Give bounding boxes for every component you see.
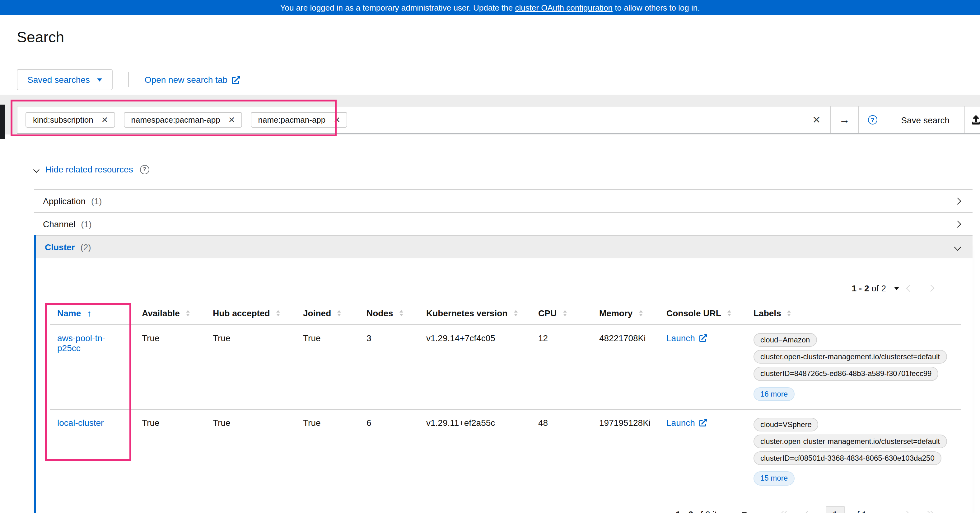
column-header-labels[interactable]: Labels [746, 302, 961, 324]
sort-icon [399, 310, 403, 316]
column-header-console-url[interactable]: Console URL [659, 302, 746, 324]
pagination-menu-toggle[interactable] [894, 287, 899, 290]
column-header-name[interactable]: Name ↑ [50, 302, 134, 324]
sort-icon [276, 310, 280, 316]
save-search-button[interactable]: Save search [886, 107, 964, 133]
cell-memory: 48221708Ki [592, 325, 659, 409]
search-bar-section: kind:subscription ✕ namespace:pacman-app… [0, 95, 980, 134]
filter-chip[interactable]: kind:subscription ✕ [25, 112, 115, 127]
chevron-down-icon [97, 78, 102, 81]
chevron-left-icon [804, 510, 811, 513]
remove-filter-icon[interactable]: ✕ [331, 116, 343, 124]
column-header-joined[interactable]: Joined [296, 302, 359, 324]
export-icon [971, 115, 980, 124]
column-header-kubernetes-version[interactable]: Kubernetes version [419, 302, 531, 324]
related-resources-toggle[interactable]: Hide related resources ? [34, 164, 150, 174]
table-row: local-cluster True True True 6 v1.29.11+… [50, 409, 961, 494]
remove-filter-icon[interactable]: ✕ [99, 116, 111, 124]
cell-hub-accepted: True [205, 409, 296, 494]
section-application[interactable]: Application (1) [34, 189, 972, 212]
help-icon: ? [868, 115, 877, 124]
run-search-button[interactable]: → [830, 107, 858, 133]
chevron-right-icon [928, 285, 935, 292]
console-launch-link[interactable]: Launch [667, 333, 707, 343]
page-title: Search [17, 29, 64, 46]
sort-icon [186, 310, 190, 316]
cell-cpu: 48 [531, 409, 592, 494]
pagination-top: 1 - 2 of 2 [36, 258, 972, 302]
result-sections: Application (1) Channel (1) Cluster (2) … [34, 189, 972, 513]
column-header-memory[interactable]: Memory [592, 302, 659, 324]
first-page-button[interactable] [773, 511, 797, 513]
more-labels-button[interactable]: 15 more [754, 472, 795, 485]
more-labels-button[interactable]: 16 more [754, 387, 795, 401]
prev-page-button[interactable] [899, 286, 920, 291]
remove-filter-icon[interactable]: ✕ [226, 116, 238, 124]
next-page-button[interactable] [920, 286, 942, 291]
column-header-hub-accepted[interactable]: Hub accepted [205, 302, 296, 324]
external-link-icon [232, 76, 240, 84]
page-number-input[interactable] [826, 506, 845, 513]
cell-available: True [134, 409, 205, 494]
cluster-oauth-config-link[interactable]: cluster OAuth configuration [515, 3, 612, 12]
external-link-icon [699, 419, 707, 427]
export-button[interactable] [965, 107, 980, 133]
external-link-icon [699, 334, 707, 342]
cluster-name-link[interactable]: aws-pool-tn-p25cc [57, 333, 105, 353]
cell-joined: True [296, 409, 359, 494]
section-channel[interactable]: Channel (1) [34, 212, 972, 235]
help-icon[interactable]: ? [140, 165, 150, 174]
search-actions-toolbar: Saved searches Open new search tab [17, 69, 240, 90]
open-new-search-tab-link[interactable]: Open new search tab [145, 75, 240, 84]
cluster-results-panel: 1 - 2 of 2 Name ↑ Available [36, 258, 972, 513]
double-chevron-right-icon [925, 511, 933, 513]
table-row: aws-pool-tn-p25cc True True True 3 v1.29… [50, 325, 961, 409]
toolbar-divider [129, 72, 129, 87]
filter-chip-group: kind:subscription ✕ namespace:pacman-app… [25, 112, 347, 127]
chevron-right-icon [903, 510, 910, 513]
filter-chip[interactable]: namespace:pacman-app ✕ [124, 112, 242, 127]
label-chip: cluster.open-cluster-management.io/clust… [754, 435, 947, 448]
arrow-right-icon: → [839, 114, 850, 126]
sort-icon [639, 310, 643, 316]
clear-search-button[interactable]: ✕ [803, 107, 830, 133]
cell-kubernetes-version: v1.29.14+7cf4c05 [419, 325, 531, 409]
table-header-row: Name ↑ Available Hub accepted [50, 302, 961, 325]
prev-page-button[interactable] [797, 511, 818, 513]
section-cluster[interactable]: Cluster (2) [36, 235, 972, 258]
cell-hub-accepted: True [205, 325, 296, 409]
cell-nodes: 3 [359, 325, 419, 409]
label-chip: clusterID=cf08501d-3368-4834-8065-630e10… [754, 451, 942, 465]
cell-memory: 197195128Ki [592, 409, 659, 494]
sort-icon [514, 310, 517, 316]
filter-chip-label: kind:subscription [33, 115, 93, 124]
search-help-button[interactable]: ? [859, 107, 886, 133]
label-chip: clusterID=848726c5-ed86-48b3-a589-f30701… [754, 367, 938, 381]
nav-drawer-edge [0, 105, 5, 139]
cluster-table: Name ↑ Available Hub accepted [50, 302, 961, 493]
next-page-button[interactable] [896, 511, 917, 513]
temp-admin-banner: You are logged in as a temporary adminis… [0, 0, 980, 15]
double-chevron-left-icon [781, 511, 789, 513]
cluster-name-link[interactable]: local-cluster [57, 418, 103, 428]
column-header-cpu[interactable]: CPU [531, 302, 592, 324]
console-launch-link[interactable]: Launch [667, 418, 707, 428]
column-header-available[interactable]: Available [134, 302, 205, 324]
close-icon: ✕ [812, 114, 821, 126]
search-results: Hide related resources ? Application (1)… [0, 134, 980, 513]
pagination-items-range: 1 - 2 of 2 items [676, 509, 733, 513]
search-input[interactable]: kind:subscription ✕ namespace:pacman-app… [17, 106, 980, 134]
open-new-search-tab-label: Open new search tab [145, 75, 228, 84]
label-chip: cluster.open-cluster-management.io/clust… [754, 350, 947, 363]
chevron-right-icon [954, 198, 961, 205]
cell-joined: True [296, 325, 359, 409]
filter-chip-label: namespace:pacman-app [131, 115, 220, 124]
cell-nodes: 6 [359, 409, 419, 494]
last-page-button[interactable] [917, 511, 942, 513]
filter-chip-label: name:pacman-app [258, 115, 325, 124]
sort-icon [788, 310, 791, 316]
filter-chip[interactable]: name:pacman-app ✕ [250, 112, 347, 127]
column-header-nodes[interactable]: Nodes [359, 302, 419, 324]
chevron-right-icon [954, 221, 961, 228]
saved-searches-dropdown[interactable]: Saved searches [17, 69, 113, 90]
